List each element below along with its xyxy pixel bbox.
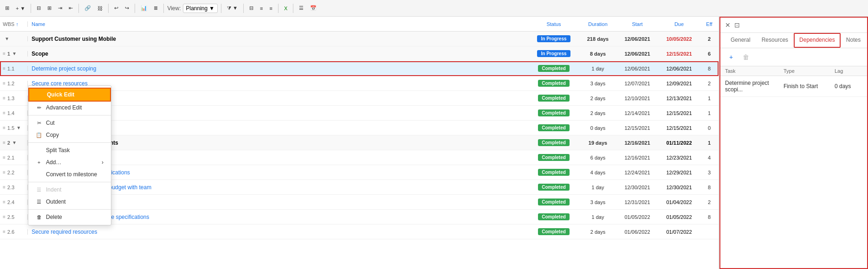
header-wbs: WBS ↑ (0, 21, 28, 27)
cell-due: 10/05/2022 (658, 36, 700, 42)
filter-btn[interactable]: ⧩ ▼ (225, 4, 240, 12)
menu-item-convert-milestone[interactable]: Convert to milestone (28, 168, 111, 180)
menu-item-quick-edit[interactable]: Quick Edit (28, 88, 111, 102)
cell-due: 12/29/2021 (658, 170, 700, 175)
dep-lag: 0 days (835, 83, 862, 90)
menu-item-copy[interactable]: 📋 Copy (28, 129, 111, 141)
dependency-table-header: Task Type Lag (720, 66, 867, 76)
table-row[interactable]: ▼ Support Customer using Mobile In Progr… (0, 32, 719, 46)
add-btn[interactable]: + ▼ (13, 5, 27, 12)
sep9 (293, 4, 293, 13)
table-row[interactable]: ≡ 1.1 Determine project scoping Complete… (0, 61, 719, 76)
tab-notes[interactable]: Notes (841, 33, 866, 48)
view-selector[interactable]: Planning ▼ (183, 4, 218, 13)
table-row[interactable]: ≡2.6 Secure required resources Completed… (0, 224, 719, 239)
cell-eff: 1 (700, 96, 719, 101)
columns-btn[interactable]: ⊟ (247, 4, 256, 12)
cell-duration: 19 days (579, 140, 616, 146)
dep-header-type: Type (784, 68, 835, 74)
cell-duration: 0 days (579, 125, 616, 131)
tab-resources[interactable]: Resources (756, 33, 794, 48)
align2-btn[interactable]: ≡ (267, 5, 275, 12)
split-btn[interactable]: ⊞ (45, 4, 54, 12)
grid-icon-btn[interactable]: ⊞ (3, 4, 12, 12)
expand-button[interactable]: ⊡ (734, 21, 740, 29)
row-chevron[interactable]: ▼ (5, 36, 9, 41)
cell-eff: 8 (700, 214, 719, 220)
cell-eff: 2 (700, 81, 719, 86)
cell-wbs: ≡2.3 (0, 185, 28, 190)
header-due: Due (658, 21, 700, 27)
cell-start: 12/10/2021 (616, 96, 658, 101)
tab-dependencies[interactable]: Dependencies (794, 33, 841, 48)
dep-type: Finish to Start (784, 83, 835, 90)
link-btn[interactable]: 🔗 (82, 4, 93, 12)
unlink-btn[interactable]: ⛓ (95, 5, 105, 12)
menu-item-add[interactable]: + Add… › (28, 156, 111, 168)
dep-task-name: Determine project scopi... (725, 80, 784, 93)
panel-tabs: General Resources Dependencies Notes (720, 33, 867, 48)
excel-btn[interactable]: X (282, 5, 290, 12)
cell-name: Scope (28, 51, 528, 57)
menu-item-split-task[interactable]: Split Task (28, 144, 111, 156)
cell-eff: 2 (700, 36, 719, 42)
menu-item-outdent[interactable]: ☰ Outdent (28, 196, 111, 208)
cell-status: Completed (528, 95, 579, 102)
chart-btn[interactable]: 📊 (138, 4, 149, 12)
outdent-label: Outdent (46, 199, 104, 205)
row-chevron[interactable]: ▼ (16, 125, 21, 130)
calendar-btn[interactable]: 📅 (308, 4, 319, 12)
cell-due: 12/09/2021 (658, 81, 700, 86)
delete-label: Delete (46, 214, 104, 220)
quick-edit-label: Quick Edit (47, 91, 103, 98)
indent-btn[interactable]: ⇥ (56, 4, 65, 12)
header-name: Name (28, 21, 528, 27)
cell-wbs: ≡1.2 (0, 81, 28, 86)
menu-item-cut[interactable]: ✂ Cut (28, 117, 111, 129)
add-label: Add… (46, 159, 98, 166)
cell-duration: 2 days (579, 96, 616, 101)
dep-header-lag: Lag (835, 68, 862, 74)
cell-duration: 6 days (579, 155, 616, 160)
align-btn[interactable]: ≡ (258, 5, 265, 12)
cell-name[interactable]: Secure required resources (28, 229, 528, 235)
delete-dependency-button[interactable]: 🗑 (740, 51, 752, 63)
cell-due: 12/15/2021 (658, 110, 700, 116)
cell-status: In Progress (528, 35, 579, 42)
cell-status: Completed (528, 139, 579, 146)
menu-item-advanced-edit[interactable]: ✏ Advanced Edit (28, 102, 111, 114)
row-chevron[interactable]: ▼ (12, 140, 17, 145)
edit-icon: ✏ (36, 105, 42, 111)
insert-row-btn[interactable]: ⊟ (34, 4, 43, 12)
cell-duration: 2 days (579, 229, 616, 235)
cell-due: 01/11/2022 (658, 140, 700, 146)
outdent-btn[interactable]: ⇤ (66, 4, 75, 12)
dependency-row[interactable]: Determine project scopi... Finish to Sta… (720, 76, 867, 97)
cell-eff: 0 (700, 125, 719, 131)
main-container: WBS ↑ Name Status Duration Start Due Eff… (0, 17, 868, 269)
cell-duration: 2 days (579, 110, 616, 116)
cell-duration: 8 days (579, 51, 616, 57)
timeline-btn[interactable]: ☰ (297, 4, 306, 12)
close-button[interactable]: ✕ (725, 21, 731, 29)
header-eff: Eff (700, 21, 719, 27)
tab-general[interactable]: General (725, 33, 756, 48)
header-duration: Duration (579, 21, 616, 27)
add-dependency-button[interactable]: + (725, 51, 737, 63)
cell-duration: 1 day (579, 66, 616, 71)
gantt-btn[interactable]: ≣ (151, 4, 160, 12)
right-panel: ✕ ⊡ General Resources Dependencies Notes… (719, 17, 868, 269)
right-panel-header: ✕ ⊡ (720, 18, 867, 33)
redo-btn[interactable]: ↪ (123, 4, 131, 12)
cell-start: 12/31/2021 (616, 199, 658, 205)
cell-eff: 1 (700, 140, 719, 146)
cell-name[interactable]: Determine project scoping (28, 65, 528, 72)
cell-eff: 4 (700, 155, 719, 160)
sort-icon[interactable]: ↑ (16, 21, 19, 27)
row-chevron[interactable]: ▼ (12, 51, 17, 56)
table-row[interactable]: ≡ 1 ▼ Scope In Progress 8 days 12/06/202… (0, 46, 719, 61)
menu-item-delete[interactable]: 🗑 Delete (28, 211, 111, 223)
cell-name: Support Customer using Mobile (28, 36, 528, 42)
sep7 (243, 4, 244, 13)
undo-btn[interactable]: ↩ (112, 4, 121, 12)
